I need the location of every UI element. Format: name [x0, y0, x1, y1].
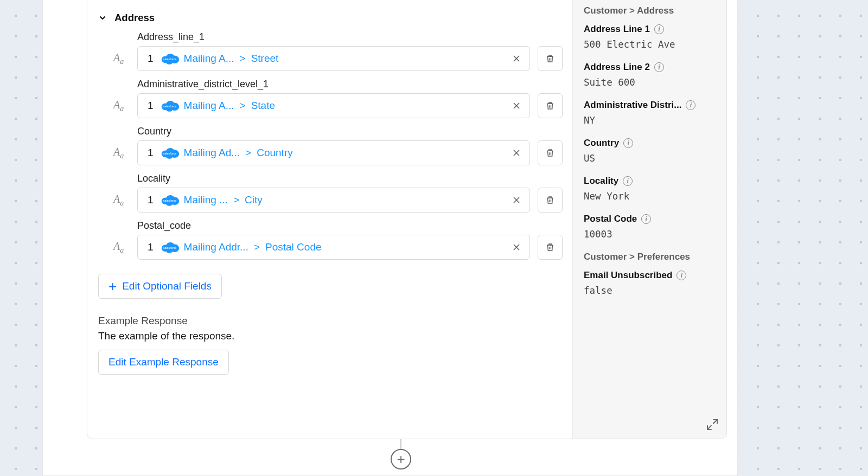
mapping-source: Mailing Addr...	[184, 241, 248, 253]
field-row: Aa 1 salesforce Mailing Addr... > Postal…	[137, 235, 563, 260]
field-label: Locality	[137, 173, 563, 184]
example-response-block: Example Response The example of the resp…	[98, 315, 563, 375]
field-block: Locality Aa 1 salesforce Mailing ... > C…	[137, 173, 563, 213]
salesforce-icon: salesforce	[160, 241, 180, 254]
edit-example-label: Edit Example Response	[108, 356, 219, 368]
mapping-input[interactable]: 1 salesforce Mailing Ad... > Country	[137, 140, 530, 165]
preview-value: 500 Electric Ave	[584, 39, 716, 50]
field-block: Address_line_1 Aa 1 salesforce Mailing A…	[137, 31, 563, 71]
mapping-card: Address Address_line_1 Aa 1 salesforce M…	[87, 0, 727, 439]
preview-label: Postal Code	[584, 214, 637, 224]
delete-field-button[interactable]	[538, 46, 563, 71]
delete-field-button[interactable]	[538, 140, 563, 165]
delete-field-button[interactable]	[538, 188, 563, 213]
field-row: Aa 1 salesforce Mailing A... > Street	[137, 46, 563, 71]
preview-label: Email Unsubscribed	[584, 270, 672, 281]
field-label: Address_line_1	[137, 31, 563, 43]
clear-mapping-button[interactable]	[509, 51, 524, 66]
mapping-input[interactable]: 1 salesforce Mailing Addr... > Postal Co…	[137, 235, 530, 260]
preview-field-row: Postal Code i	[584, 214, 716, 224]
field-block: Country Aa 1 salesforce Mailing Ad... > …	[137, 126, 563, 165]
info-icon[interactable]: i	[623, 138, 633, 148]
svg-line-45	[713, 420, 717, 423]
mapping-input[interactable]: 1 salesforce Mailing A... > Street	[137, 46, 530, 71]
clear-mapping-button[interactable]	[509, 98, 524, 113]
text-type-icon: Aa	[113, 193, 124, 208]
edit-example-response-button[interactable]: Edit Example Response	[98, 350, 229, 375]
mapping-index: 1	[143, 100, 156, 112]
salesforce-icon: salesforce	[160, 194, 180, 207]
add-node-button[interactable]: +	[391, 449, 411, 469]
field-label: Administrative_district_level_1	[137, 79, 563, 90]
plus-icon: +	[108, 279, 117, 293]
chevron-right-icon: >	[239, 100, 247, 112]
svg-text:salesforce: salesforce	[163, 105, 176, 108]
text-type-icon: Aa	[113, 240, 124, 255]
delete-field-button[interactable]	[538, 235, 563, 260]
preview-label: Country	[584, 138, 619, 149]
mapping-source: Mailing ...	[184, 194, 228, 206]
preview-label: Locality	[584, 176, 618, 186]
chevron-right-icon: >	[253, 241, 261, 253]
info-icon[interactable]: i	[676, 271, 686, 280]
chevron-down-icon	[98, 14, 107, 22]
chevron-right-icon: >	[232, 194, 240, 206]
mapping-index: 1	[143, 241, 156, 253]
svg-line-46	[707, 426, 711, 429]
svg-text:salesforce: salesforce	[163, 57, 176, 61]
mapping-source: Mailing A...	[184, 100, 234, 112]
field-block: Administrative_district_level_1 Aa 1 sal…	[137, 79, 563, 118]
mapping-source: Mailing Ad...	[184, 147, 240, 159]
clear-mapping-button[interactable]	[509, 240, 524, 255]
svg-text:salesforce: salesforce	[163, 199, 176, 202]
delete-field-button[interactable]	[538, 93, 563, 118]
example-desc: The example of the response.	[98, 330, 563, 342]
edit-optional-fields-button[interactable]: + Edit Optional Fields	[98, 274, 222, 299]
chevron-right-icon: >	[239, 53, 247, 65]
preview-breadcrumb: Customer > Preferences	[584, 252, 716, 262]
info-icon[interactable]: i	[623, 176, 633, 186]
preview-value: false	[584, 285, 716, 296]
preview-field-row: Locality i	[584, 176, 716, 186]
info-icon[interactable]: i	[641, 214, 651, 224]
clear-mapping-button[interactable]	[509, 192, 524, 208]
expand-panel-button[interactable]	[706, 418, 719, 431]
connector-line	[400, 439, 401, 449]
preview-value: NY	[584, 115, 716, 126]
mapping-index: 1	[143, 53, 156, 65]
info-icon[interactable]: i	[686, 100, 695, 110]
preview-pane: Customer > Address Address Line 1 i 500 …	[572, 0, 726, 439]
svg-text:salesforce: salesforce	[163, 152, 176, 155]
section-title: Address	[114, 12, 155, 24]
text-type-icon: Aa	[113, 99, 124, 113]
field-label: Postal_code	[137, 220, 563, 231]
svg-text:salesforce: salesforce	[163, 246, 176, 249]
section-header[interactable]: Address	[98, 12, 563, 24]
example-heading: Example Response	[98, 315, 563, 327]
mapping-target: Street	[251, 53, 279, 65]
preview-field-row: Address Line 2 i	[584, 62, 716, 73]
salesforce-icon: salesforce	[160, 146, 180, 159]
mapping-target: City	[245, 194, 263, 206]
preview-value: 10003	[584, 229, 716, 240]
edit-optional-label: Edit Optional Fields	[122, 280, 212, 292]
mapping-target: Country	[257, 147, 293, 159]
field-block: Postal_code Aa 1 salesforce Mailing Addr…	[137, 220, 563, 260]
mapping-input[interactable]: 1 salesforce Mailing A... > State	[137, 93, 530, 118]
mapping-input[interactable]: 1 salesforce Mailing ... > City	[137, 188, 530, 213]
mapping-target: Postal Code	[265, 241, 322, 253]
fields-stack: Address_line_1 Aa 1 salesforce Mailing A…	[98, 31, 563, 260]
mapping-index: 1	[143, 147, 156, 159]
mapping-source: Mailing A...	[184, 53, 234, 65]
salesforce-icon: salesforce	[160, 52, 180, 65]
info-icon[interactable]: i	[654, 62, 664, 72]
chevron-right-icon: >	[244, 147, 252, 159]
info-icon[interactable]: i	[654, 24, 664, 34]
preview-field-row: Administrative Distri... i	[584, 100, 716, 111]
preview-value: New York	[584, 191, 716, 202]
text-type-icon: Aa	[113, 146, 124, 160]
preview-value: US	[584, 153, 716, 164]
field-label: Country	[137, 126, 563, 137]
clear-mapping-button[interactable]	[509, 145, 524, 160]
text-type-icon: Aa	[113, 52, 124, 66]
